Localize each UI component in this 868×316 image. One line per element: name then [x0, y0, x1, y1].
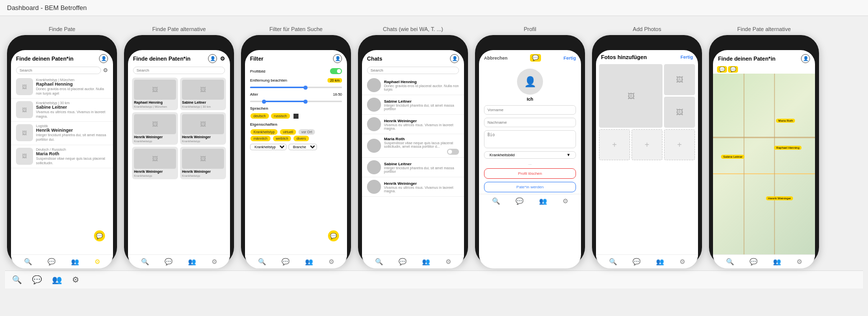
photo-small-2[interactable]: 🖼 [664, 97, 695, 128]
profile-vorname-input[interactable] [484, 105, 576, 115]
nav-group-3[interactable]: 👥 [305, 258, 313, 265]
nav-chat-2[interactable]: 💬 [164, 258, 172, 265]
screen7-bubble-1: 💬 [717, 66, 727, 73]
delete-profile-btn[interactable]: Profil löschen [484, 168, 576, 179]
nav-group-1[interactable]: 👥 [71, 258, 79, 265]
nav-settings-5[interactable]: ⚙ [562, 197, 568, 205]
nav-group-4[interactable]: 👥 [422, 258, 430, 265]
nav-chat-6[interactable]: 💬 [632, 258, 640, 265]
alt-card-1[interactable]: 🖼 Raphael Henning Krankheitstyp | Münche… [132, 78, 178, 110]
screen6-done-btn[interactable]: Fertig [680, 55, 693, 60]
toolbar-search-icon[interactable]: 🔍 [12, 275, 22, 284]
nav-search-3[interactable]: 🔍 [258, 258, 266, 265]
nav-settings-2[interactable]: ⚙ [212, 258, 218, 265]
alter-slider[interactable] [250, 101, 342, 102]
nav-settings-6[interactable]: ⚙ [680, 258, 686, 265]
screen-label-2: Finde Pate alternative [152, 26, 206, 32]
map-pin-henrik[interactable]: Henrik Weininger [766, 196, 793, 200]
photo-add-3[interactable]: + [664, 129, 695, 160]
dropdown-krankheitstyp[interactable]: Krankheitstyp [250, 144, 286, 150]
become-pate-btn[interactable]: Pate*in werden [484, 182, 576, 192]
phone-1: Finde deinen Paten*in 👤 ⚙ 🖼 Krankheit [7, 35, 117, 265]
photo-add-1[interactable]: + [599, 129, 630, 160]
notch-7 [749, 41, 779, 48]
profile-nachname-input[interactable] [484, 118, 576, 127]
tag-vor-ort[interactable]: vor Ort [298, 129, 315, 135]
screen1-filter-icon[interactable]: ⚙ [103, 67, 108, 74]
tag-weiblich[interactable]: weiblich [273, 136, 292, 141]
toolbar-chat-icon[interactable]: 💬 [32, 275, 42, 284]
nav-search-4[interactable]: 🔍 [375, 258, 383, 265]
nav-group-6[interactable]: 👥 [656, 258, 664, 265]
screen4-search-input[interactable] [367, 67, 459, 74]
profile-avatar: 👤 [517, 69, 543, 95]
person-item-4[interactable]: 🖼 Deutsch / Russisch Maria Roth Suspendi… [11, 145, 113, 168]
chat-item-4[interactable]: Maria Roth Suspendisse vitae neque quis … [362, 134, 464, 158]
toggle-profilbild[interactable] [330, 68, 342, 74]
screen2-profile-icon[interactable]: 👤 [208, 54, 217, 63]
chat-avatar-4 [367, 139, 381, 153]
photo-small-1[interactable]: 🖼 [664, 64, 695, 95]
nav-settings-7[interactable]: ⚙ [796, 258, 802, 265]
profile-bio-input[interactable] [484, 130, 576, 148]
chat-item-5[interactable]: Sabine Leitner Integer tincidunt pharetr… [362, 158, 464, 177]
alt-card-5[interactable]: 🖼 Henrik Weininger Krankheitstyp [132, 147, 178, 179]
screen5-cancel-btn[interactable]: Abbrechen [484, 56, 508, 61]
map-pin-sabine[interactable]: Sabine Leitner [721, 155, 744, 159]
photo-add-2[interactable]: + [632, 129, 662, 160]
nav-settings-1[interactable]: ⚙ [94, 258, 100, 265]
screen2-search-input[interactable] [133, 67, 225, 74]
screen1-search-input[interactable] [16, 67, 101, 74]
nav-chat-5[interactable]: 💬 [516, 197, 524, 205]
screen2-filter-icon[interactable]: ⚙ [220, 56, 225, 62]
toolbar-group-icon[interactable]: 👥 [52, 275, 62, 284]
screen1-profile-icon[interactable]: 👤 [99, 54, 108, 63]
person-item-1[interactable]: 🖼 Krankheitstyp | München Raphael Hennin… [11, 76, 113, 99]
nav-group-7[interactable]: 👥 [773, 258, 781, 265]
alt-card-2[interactable]: 🖼 Sabine Leitner Krankheitstyp | 30 km [180, 78, 226, 110]
entfernung-slider[interactable] [250, 87, 342, 88]
screen2-search-bar [128, 65, 230, 76]
alt-card-4[interactable]: 🖼 Henrik Weininger Krankheitstyp [180, 112, 226, 145]
toolbar-settings-icon[interactable]: ⚙ [72, 275, 79, 284]
screen3-profile-icon[interactable]: 👤 [333, 54, 342, 63]
nav-chat-4[interactable]: 💬 [398, 258, 406, 265]
tag-divers[interactable]: divers [294, 136, 309, 141]
nav-chat-7[interactable]: 💬 [750, 258, 758, 265]
nav-search-6[interactable]: 🔍 [609, 258, 617, 265]
screen5-done-btn[interactable]: Fertig [564, 56, 576, 61]
nav-search-5[interactable]: 🔍 [492, 197, 500, 205]
dropdown-branche[interactable]: Branche [288, 144, 317, 150]
krankheitsbild-dropdown-icon[interactable]: ▼ [566, 153, 570, 157]
tag-russisch[interactable]: russisch [271, 113, 290, 119]
person-item-3[interactable]: 🖼 Logistik Henrik Weininger Integer tinc… [11, 122, 113, 145]
map-pin-raphael[interactable]: Raphael Henning [774, 146, 801, 150]
nav-chat-3[interactable]: 💬 [282, 258, 290, 265]
photo-large[interactable]: 🖼 [599, 64, 662, 128]
nav-search-1[interactable]: 🔍 [24, 258, 32, 265]
chat-item-3[interactable]: Henrik Weininger Vivamus eu ultrices ris… [362, 115, 464, 134]
screen7-profile-icon[interactable]: 👤 [801, 54, 810, 63]
nav-chat-1[interactable]: 💬 [48, 258, 56, 265]
alt-card-6[interactable]: 🖼 Henrik Weininger Krankheitstyp [180, 147, 226, 179]
tag-add-sprache[interactable] [294, 114, 298, 119]
person-item-2[interactable]: 🖼 Krankheitstyp | 30 km Sabine Leitner V… [11, 99, 113, 122]
chat-item-1[interactable]: Raphael Henning Donec gravida eros id pl… [362, 76, 464, 95]
nav-settings-4[interactable]: ⚙ [446, 258, 452, 265]
nav-group-2[interactable]: 👥 [188, 258, 196, 265]
toggle-maria[interactable] [447, 149, 459, 155]
screen4-profile-icon[interactable]: 👤 [450, 54, 459, 63]
nav-settings-3[interactable]: ⚙ [328, 258, 334, 265]
chat-item-2[interactable]: Sabine Leitner Integer tincidunt pharetr… [362, 95, 464, 115]
nav-search-7[interactable]: 🔍 [726, 258, 734, 265]
nav-group-5[interactable]: 👥 [539, 197, 547, 205]
map-view[interactable]: Maria Roth Sabine Leitner Raphael Hennin… [713, 74, 815, 254]
tag-krankheitstyp[interactable]: Krankheitstyp [250, 129, 278, 135]
chat-item-6[interactable]: Henrik Weininger Vivamus eu ultrices ris… [362, 177, 464, 197]
nav-search-2[interactable]: 🔍 [141, 258, 149, 265]
tag-maennlich[interactable]: männlich [250, 136, 270, 141]
tag-virtuell[interactable]: virtuell [280, 129, 296, 135]
map-pin-maria[interactable]: Maria Roth [776, 119, 794, 123]
alt-card-3[interactable]: 🖼 Henrik Weininger Krankheitstyp [132, 112, 178, 145]
tag-deutsch[interactable]: deutsch [250, 113, 269, 119]
